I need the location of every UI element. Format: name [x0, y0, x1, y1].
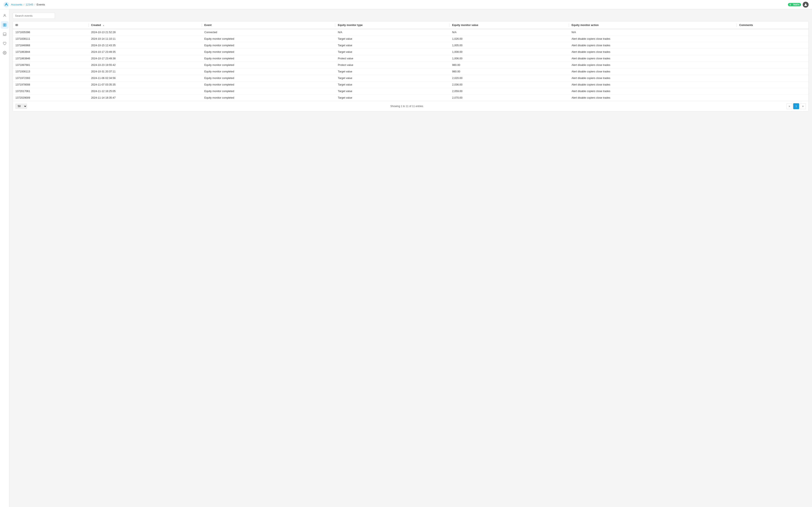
cell-comments	[737, 29, 808, 36]
cell-equity_monitor_value: 2,070.00	[450, 95, 569, 101]
cell-comments	[737, 42, 808, 49]
breadcrumb-sep2: /	[35, 3, 35, 6]
breadcrumb-accounts[interactable]: Accounts	[11, 3, 22, 6]
sidebar-item-accounts[interactable]	[1, 21, 8, 29]
cell-id: 1371972393	[13, 75, 89, 81]
col-header-comments[interactable]: Comments	[737, 21, 808, 29]
cell-event: Equity monitor completed	[202, 55, 336, 62]
cell-equity_monitor_type: N/A	[335, 29, 450, 36]
content: ID Created ▲ Event Eq	[9, 9, 812, 507]
cell-equity_monitor_type: Target value	[335, 36, 450, 42]
cell-equity_monitor_action: Alert disable copiers close trades	[569, 95, 737, 101]
cell-created: 2024-10-17 23:49:35	[89, 49, 202, 55]
breadcrumb: Accounts / 12345 / Events	[11, 3, 45, 6]
cell-comments	[737, 95, 808, 101]
prev-page-button[interactable]: «	[786, 103, 792, 109]
cell-id: 1371978008	[13, 81, 89, 88]
table-row: 13718381112024-10-14 11:10:11Equity moni…	[13, 36, 808, 42]
cell-id: 1372029009	[13, 95, 89, 101]
cell-equity_monitor_value: 980.00	[450, 68, 569, 75]
table-row: 13718353962024-10-13 21:52:28ConnectedN/…	[13, 29, 808, 36]
cell-event: Equity monitor completed	[202, 49, 336, 55]
page-size-dropdown[interactable]: 102550100	[15, 104, 27, 109]
table-row: 13718976812024-10-23 19:55:42Equity moni…	[13, 62, 808, 68]
cell-equity_monitor_type: Target value	[335, 81, 450, 88]
cell-equity_monitor_type: Target value	[335, 95, 450, 101]
cell-comments	[737, 62, 808, 68]
sidebar-item-people[interactable]	[1, 12, 8, 19]
cell-created: 2024-10-23 19:55:42	[89, 62, 202, 68]
breadcrumb-current: Events	[37, 3, 45, 6]
cell-event: Equity monitor completed	[202, 81, 336, 88]
cell-comments	[737, 88, 808, 95]
showing-text: Showing 1 to 11 of 11 entries	[390, 105, 423, 108]
sidebar-item-settings[interactable]	[1, 49, 8, 57]
cell-event: Equity monitor completed	[202, 36, 336, 42]
sidebar-item-inbox[interactable]	[1, 31, 8, 38]
cell-event: Equity monitor completed	[202, 62, 336, 68]
cell-equity_monitor_value: N/A	[450, 29, 569, 36]
table-row: 13719780082024-11-07 03:35:35Equity moni…	[13, 81, 808, 88]
cell-equity_monitor_action: Alert disable copiers close trades	[569, 75, 737, 81]
cell-equity_monitor_action: N/A	[569, 29, 737, 36]
cell-equity_monitor_value: 2,059.00	[450, 88, 569, 95]
cell-equity_monitor_action: Alert disable copiers close trades	[569, 81, 737, 88]
col-header-equity-monitor-type[interactable]: Equity monitor type	[335, 21, 450, 29]
cell-id: 1371936113	[13, 68, 89, 75]
table-row: 13719723932024-11-06 02:34:56Equity moni…	[13, 75, 808, 81]
cell-equity_monitor_type: Target value	[335, 49, 450, 55]
cell-equity_monitor_value: 980.00	[450, 62, 569, 68]
search-input[interactable]	[15, 14, 53, 17]
cell-created: 2024-11-07 03:35:35	[89, 81, 202, 88]
breadcrumb-account-id[interactable]: 12345	[26, 3, 33, 6]
col-header-equity-monitor-action[interactable]: Equity monitor action	[569, 21, 737, 29]
topnav-left: Accounts / 12345 / Events	[3, 2, 45, 8]
sidebar	[0, 9, 9, 507]
breadcrumb-sep1: /	[23, 3, 24, 6]
cell-id: 1371835396	[13, 29, 89, 36]
pagination: « 1 »	[786, 103, 806, 109]
events-table: ID Created ▲ Event Eq	[13, 21, 808, 101]
cell-equity_monitor_value: 2,020.00	[450, 75, 569, 81]
table-row: 13719361132024-10-31 20:37:11Equity moni…	[13, 68, 808, 75]
cell-created: 2024-10-15 12:43:35	[89, 42, 202, 49]
cell-comments	[737, 36, 808, 42]
sidebar-item-favorites[interactable]	[1, 40, 8, 47]
cell-comments	[737, 75, 808, 81]
svg-rect-5	[5, 23, 6, 25]
cell-equity_monitor_action: Alert disable copiers close trades	[569, 55, 737, 62]
topnav: Accounts / 12345 / Events 0 76974	[0, 0, 812, 9]
col-header-created[interactable]: Created ▲	[89, 21, 202, 29]
next-page-button[interactable]: »	[800, 103, 806, 109]
table-container: ID Created ▲ Event Eq	[13, 21, 809, 112]
cell-comments	[737, 81, 808, 88]
svg-point-1	[6, 3, 7, 4]
user-avatar[interactable]	[803, 2, 809, 8]
page-1-button[interactable]: 1	[793, 103, 799, 109]
cell-event: Equity monitor completed	[202, 68, 336, 75]
svg-rect-8	[3, 33, 6, 36]
cell-equity_monitor_action: Alert disable copiers close trades	[569, 49, 737, 55]
col-header-event[interactable]: Event	[202, 21, 336, 29]
cell-created: 2024-10-17 23:49:38	[89, 55, 202, 62]
cell-id: 1371863846	[13, 55, 89, 62]
cell-comments	[737, 55, 808, 62]
svg-point-3	[4, 14, 5, 16]
cell-equity_monitor_action: Alert disable copiers close trades	[569, 88, 737, 95]
col-header-equity-monitor-value[interactable]: Equity monitor value	[450, 21, 569, 29]
col-header-id[interactable]: ID	[13, 21, 89, 29]
table-row: 13718638442024-10-17 23:49:35Equity moni…	[13, 49, 808, 55]
cell-equity_monitor_value: 1,006.00	[450, 55, 569, 62]
svg-rect-7	[5, 25, 6, 26]
cell-equity_monitor_type: Protect value	[335, 62, 450, 68]
search-box	[13, 13, 55, 19]
cell-created: 2024-11-12 16:25:05	[89, 88, 202, 95]
cell-event: Equity monitor completed	[202, 75, 336, 81]
cell-created: 2024-10-13 21:52:28	[89, 29, 202, 36]
cell-event: Equity monitor completed	[202, 42, 336, 49]
svg-rect-6	[3, 25, 4, 26]
cell-equity_monitor_type: Target value	[335, 68, 450, 75]
table-row: 13718469682024-10-15 12:43:35Equity moni…	[13, 42, 808, 49]
svg-rect-4	[3, 23, 4, 25]
notification-badge[interactable]: 0 76974	[788, 3, 801, 6]
